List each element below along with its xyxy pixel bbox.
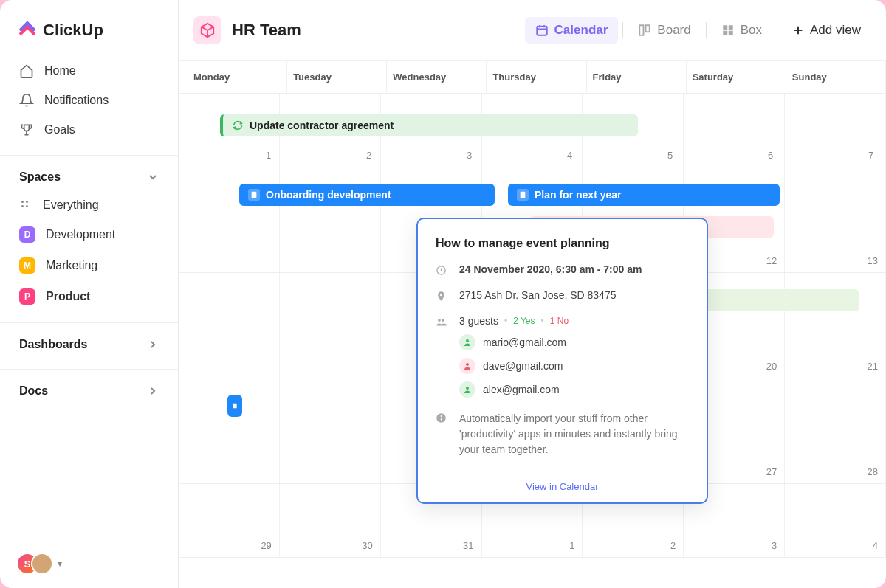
date-num: 21 [868,361,878,372]
date-num: 13 [868,255,878,266]
location-icon [436,291,447,302]
svg-rect-10 [728,31,732,35]
date-num: 6 [768,150,773,161]
space-marketing[interactable]: M Marketing [9,250,169,281]
spaces-section: Spaces Everything D Development M Market… [0,155,178,322]
calendar-cell[interactable]: 29 [179,484,280,557]
space-label: Product [46,290,90,303]
refresh-icon [232,120,244,131]
header: HR Team Calendar Board Box [179,0,886,61]
view-box[interactable]: Box [711,17,772,44]
nav-home[interactable]: Home [9,56,169,86]
clock-icon [436,265,447,276]
spaces-title: Spaces [19,170,61,184]
event-onboarding[interactable]: Onboarding development [239,184,495,206]
day-label: Wednesday [387,61,487,93]
separator [706,22,707,38]
calendar-cell[interactable]: 4 [785,484,886,557]
svg-rect-11 [252,192,257,198]
event-label: Update contractor agreement [250,120,394,131]
calendar-cell[interactable] [179,378,280,483]
nav-notifications[interactable]: Notifications [9,86,169,115]
calendar-cell[interactable] [280,378,381,483]
date-num: 4 [873,540,878,551]
guests-yes: 2 Yes [513,316,535,326]
docs-label: Docs [19,384,48,398]
svg-point-20 [466,387,469,390]
calendar-icon [535,24,549,37]
calendar-cell[interactable]: 28 [785,378,886,483]
add-view-button[interactable]: Add view [782,17,871,44]
day-label: Monday [179,61,287,93]
space-everything[interactable]: Everything [9,191,169,219]
guest-status-icon [459,358,475,374]
event-label: Onboarding development [266,189,391,201]
date-num: 2 [670,540,676,551]
board-icon [638,24,651,37]
nav: Home Notifications Goals [0,56,178,155]
svg-point-15 [440,294,442,296]
space-product[interactable]: P Product [9,281,169,312]
event-popup: How to manage event planning 24 November… [416,218,708,504]
calendar-cell[interactable]: 30 [280,484,381,557]
space-development[interactable]: D Development [9,219,169,250]
guest-status-icon [459,334,475,350]
date-num: 31 [463,540,473,551]
spaces-header[interactable]: Spaces [9,166,169,191]
svg-rect-5 [640,25,644,35]
dashboards-label: Dashboards [19,338,87,351]
view-board[interactable]: Board [628,17,701,44]
day-header: Monday Tuesday Wednesday Thursday Friday… [179,61,886,94]
team-icon [193,16,222,44]
view-in-calendar-link[interactable]: View in Calendar [436,471,689,492]
user-avatars[interactable]: S ▾ [0,539,178,588]
dashboards-section[interactable]: Dashboards [0,322,178,369]
space-everything-label: Everything [43,198,99,212]
calendar-row: Update contractor agreement 1 2 3 4 5 6 … [179,94,886,167]
space-label: Marketing [46,259,97,272]
home-icon [19,63,34,78]
event-label: Plan for next year [535,189,622,201]
avatar [31,553,53,575]
grid-icon [19,198,32,212]
doc-icon [232,402,238,409]
svg-rect-12 [521,192,526,198]
docs-section[interactable]: Docs [0,369,178,415]
calendar-cell[interactable] [280,273,381,378]
event-plan[interactable]: Plan for next year [508,184,780,206]
guests-count: 3 guests [459,315,498,327]
svg-point-16 [438,319,441,322]
svg-rect-13 [233,404,236,409]
popup-info-row: Automatically import your stuff from oth… [436,411,689,457]
date-num: 4 [567,150,572,161]
clickup-logo-icon [18,21,37,40]
guest-email: dave@gmail.com [483,360,563,372]
date-num: 20 [766,361,777,372]
popup-location: 2715 Ash Dr. San Jose, SD 83475 [459,289,689,302]
calendar-cell[interactable]: 13 [785,167,886,272]
calendar-cell[interactable] [179,273,280,378]
space-badge: D [19,226,35,243]
date-num: 30 [362,540,372,551]
svg-point-0 [21,201,24,203]
day-label: Thursday [487,61,586,93]
nav-goals[interactable]: Goals [9,115,169,145]
space-badge: P [19,288,35,305]
space-badge: M [19,257,35,274]
sidebar: ClickUp Home Notifications Goals Spaces [0,0,179,588]
event-contractor[interactable]: Update contractor agreement [220,114,638,136]
view-label: Board [657,23,690,38]
space-label: Development [46,228,115,241]
date-num: 3 [772,540,777,551]
guests-no: 1 No [550,316,569,326]
svg-rect-7 [723,25,727,30]
svg-rect-23 [441,418,442,421]
separator [777,22,777,38]
nav-goals-label: Goals [44,123,75,136]
logo[interactable]: ClickUp [0,0,178,56]
chevron-right-icon [147,385,159,397]
doc-icon [517,189,529,201]
chevron-down-icon: ▾ [58,558,62,569]
view-calendar[interactable]: Calendar [525,17,619,44]
event-block[interactable] [227,395,242,417]
